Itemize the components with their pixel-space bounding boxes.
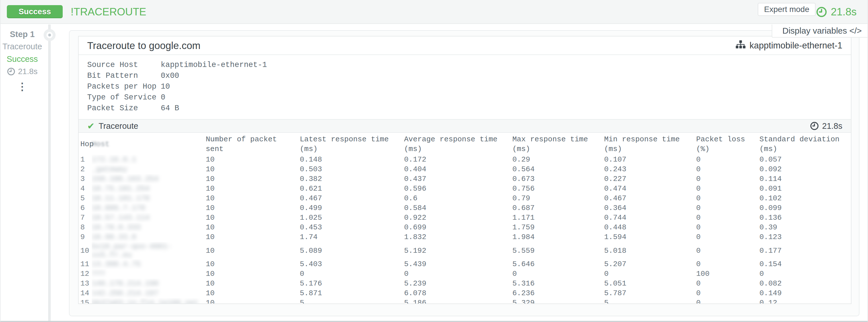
latest-response-cell: 1.74 — [300, 232, 404, 242]
max-response-cell: 0.687 — [513, 203, 604, 213]
step-menu-kebab-icon[interactable]: ⋮ — [1, 82, 44, 91]
latest-response-cell: 0.148 — [300, 155, 404, 164]
host-cell: 10.78.0.333 — [92, 223, 206, 232]
min-response-cell: 0.474 — [604, 184, 696, 193]
page-title: !TRACEROUTE — [71, 0, 146, 24]
param-row: Source Host kapptimobile-ethernet-1 — [87, 60, 842, 70]
host-cell: bx10.par-qoo-4001-xx5.fr.eu — [92, 242, 206, 259]
table-column-header: Host — [92, 133, 206, 155]
min-response-cell: 1.594 — [604, 232, 696, 242]
min-response-cell: 0.448 — [604, 223, 696, 232]
step-name: Traceroute — [1, 42, 44, 51]
std-deviation-cell: 0.136 — [760, 213, 847, 223]
param-value: 0x00 — [161, 70, 179, 81]
param-value: 10 — [161, 81, 170, 92]
section-header: ✔ Traceroute 21.8s — [79, 119, 851, 133]
average-response-cell: 5.192 — [404, 242, 513, 259]
average-response-cell: 0.922 — [404, 213, 513, 223]
max-response-cell: 5.329 — [513, 298, 604, 304]
average-response-cell: 0.699 — [404, 223, 513, 232]
status-badge[interactable]: Success — [7, 5, 63, 18]
host-cell: 13.300.4.75 — [92, 259, 206, 269]
table-column-header: Min response time(ms) — [604, 133, 696, 155]
packets-sent-cell: 10 — [206, 203, 300, 213]
timeline-step-node — [43, 29, 56, 41]
host-cell: 10.75.181.254 — [92, 184, 206, 193]
table-row: 3 150.186.163.254 10 0.382 0.437 0.673 0… — [80, 174, 847, 184]
packet-loss-cell: 0 — [696, 259, 760, 269]
sidebar-step-1[interactable]: Step 1 Traceroute Success 21.8s ⋮ — [1, 30, 44, 91]
max-response-cell: 0.29 — [513, 155, 604, 164]
table-column-header: Standard deviation(ms) — [760, 133, 847, 155]
min-response-cell: 0.107 — [604, 155, 696, 164]
clock-icon — [816, 6, 827, 18]
std-deviation-cell: 0 — [760, 269, 847, 279]
host-cell: _gateway — [92, 164, 206, 174]
latest-response-cell: 0.503 — [300, 164, 404, 174]
card-title: Traceroute to google.com — [87, 40, 200, 51]
latest-response-cell: 0 — [300, 269, 404, 279]
average-response-cell: 5.186 — [404, 298, 513, 304]
average-response-cell: 5.239 — [404, 279, 513, 288]
step-duration-value: 21.8s — [18, 67, 38, 76]
packet-loss-cell: 0 — [696, 193, 760, 203]
traceroute-table-wrap: Hop Host Number of packetsent Latest res… — [79, 133, 851, 304]
latest-response-cell: 5.403 — [300, 259, 404, 269]
param-label: Type of Service — [87, 92, 161, 103]
param-value: kapptimobile-ethernet-1 — [161, 60, 267, 70]
max-response-cell: 6.236 — [513, 288, 604, 298]
latest-response-cell: 5.089 — [300, 242, 404, 259]
table-row: 6 10.886.7.178 10 0.499 0.584 0.687 0.36… — [80, 203, 847, 213]
average-response-cell: 0.437 — [404, 174, 513, 184]
expert-mode-button[interactable]: Expert mode — [758, 3, 815, 16]
average-response-cell: 0 — [404, 269, 513, 279]
std-deviation-cell: 0.091 — [760, 184, 847, 193]
display-variables-button[interactable]: Display variables </> — [772, 25, 867, 38]
total-duration: 21.8s — [816, 0, 857, 24]
packet-loss-cell: 0 — [696, 155, 760, 164]
min-response-cell: 0.744 — [604, 213, 696, 223]
result-panel: Traceroute to google.com kapptimobile-et… — [69, 30, 860, 316]
packets-sent-cell: 10 — [206, 269, 300, 279]
param-label: Packet Size — [87, 103, 161, 114]
average-response-cell: 0.404 — [404, 164, 513, 174]
host-cell: 172.16.0.1 — [92, 155, 206, 164]
average-response-cell: 0.6 — [404, 193, 513, 203]
packets-sent-cell: 10 — [206, 184, 300, 193]
max-response-cell: 0.564 — [513, 164, 604, 174]
host-cell: 10.886.7.178 — [92, 203, 206, 213]
packets-sent-cell: 10 — [206, 174, 300, 184]
packet-loss-cell: 0 — [696, 184, 760, 193]
packets-sent-cell: 10 — [206, 232, 300, 242]
packets-sent-cell: 10 — [206, 288, 300, 298]
step-duration: 21.8s — [1, 67, 44, 76]
table-row: 8 10.78.0.333 10 0.453 0.699 1.759 0.448… — [80, 223, 847, 232]
average-response-cell: 0.596 — [404, 184, 513, 193]
packets-sent-cell: 10 — [206, 164, 300, 174]
min-response-cell: 5 — [604, 298, 696, 304]
hop-cell: 8 — [80, 223, 92, 232]
traceroute-result-page: Success !TRACEROUTE Expert mode 21.8s Di… — [0, 0, 868, 322]
packets-sent-cell: 10 — [206, 242, 300, 259]
max-response-cell: 1.759 — [513, 223, 604, 232]
param-value: 0 — [161, 92, 165, 103]
min-response-cell: 0.364 — [604, 203, 696, 213]
std-deviation-cell: 0.12 — [760, 298, 847, 304]
latest-response-cell: 5.871 — [300, 288, 404, 298]
hop-cell: 5 — [80, 193, 92, 203]
params-list: Source Host kapptimobile-ethernet-1 Bit … — [79, 55, 851, 119]
hop-cell: 11 — [80, 259, 92, 269]
max-response-cell: 5.559 — [513, 242, 604, 259]
host-cell: ??? — [92, 269, 206, 279]
param-label: Source Host — [87, 60, 161, 70]
param-label: Packets per Hop — [87, 81, 161, 92]
packet-loss-cell: 0 — [696, 203, 760, 213]
max-response-cell: 1.171 — [513, 213, 604, 223]
std-deviation-cell: 0.099 — [760, 203, 847, 213]
average-response-cell: 1.832 — [404, 232, 513, 242]
table-row: 11 13.300.4.75 10 5.403 5.439 5.646 5.20… — [80, 259, 847, 269]
hop-cell: 2 — [80, 164, 92, 174]
hop-cell: 3 — [80, 174, 92, 184]
packet-loss-cell: 0 — [696, 213, 760, 223]
packets-sent-cell: 10 — [206, 259, 300, 269]
